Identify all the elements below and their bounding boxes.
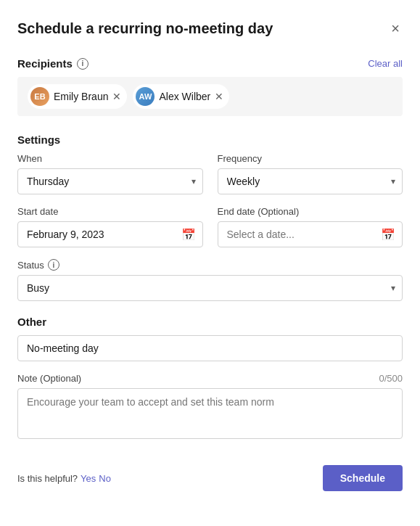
when-group: When Thursday Monday Tuesday Wednesday F…: [17, 153, 203, 194]
avatar-emily: EB: [30, 87, 49, 106]
other-section: Other Note (Optional) 0/500: [17, 316, 403, 442]
recipient-tag-alex: AW Alex Wilber ✕: [133, 84, 229, 109]
schedule-dialog: Schedule a recurring no-meeting day × Re…: [0, 0, 420, 526]
start-date-input[interactable]: [17, 221, 203, 247]
settings-title: Settings: [17, 133, 403, 146]
recipients-header: Recipients i Clear all: [17, 57, 403, 70]
helpful-no-button[interactable]: No: [99, 473, 111, 484]
recipients-label: Recipients i: [17, 57, 88, 70]
start-date-wrapper: 📅: [17, 221, 203, 247]
note-count: 0/500: [379, 373, 403, 384]
dialog-footer: Is this helpful? Yes No Schedule: [17, 459, 403, 491]
meeting-type-input[interactable]: [17, 335, 403, 361]
recipient-tag-emily: EB Emily Braun ✕: [28, 84, 127, 109]
frequency-select-wrapper: Weekly Daily Biweekly Monthly ▾: [218, 168, 403, 194]
schedule-button[interactable]: Schedule: [323, 465, 403, 491]
dialog-title: Schedule a recurring no-meeting day: [17, 20, 273, 37]
when-label: When: [17, 153, 203, 164]
remove-alex-button[interactable]: ✕: [215, 91, 223, 102]
helpful-yes-button[interactable]: Yes: [81, 473, 96, 484]
recipient-name-emily: Emily Braun: [54, 91, 108, 102]
frequency-label: Frequency: [218, 153, 403, 164]
settings-section: Settings When Thursday Monday Tuesday We…: [17, 133, 403, 301]
helpful-question: Is this helpful?: [17, 473, 78, 484]
status-group: Status i Busy Free Tentative Out of offi…: [17, 259, 403, 301]
recipients-box: EB Emily Braun ✕ AW Alex Wilber ✕: [17, 77, 403, 116]
close-button[interactable]: ×: [388, 17, 403, 40]
start-date-label: Start date: [17, 206, 203, 217]
note-header: Note (Optional) 0/500: [17, 373, 403, 384]
recipient-name-alex: Alex Wilber: [159, 91, 210, 102]
end-date-label: End date (Optional): [218, 206, 403, 217]
status-info-icon[interactable]: i: [48, 259, 59, 271]
when-select[interactable]: Thursday Monday Tuesday Wednesday Friday: [17, 168, 203, 194]
recipients-info-icon[interactable]: i: [77, 58, 88, 70]
when-select-wrapper: Thursday Monday Tuesday Wednesday Friday…: [17, 168, 203, 194]
frequency-group: Frequency Weekly Daily Biweekly Monthly …: [218, 153, 403, 194]
helpful-text: Is this helpful? Yes No: [17, 473, 111, 484]
status-select[interactable]: Busy Free Tentative Out of office: [17, 275, 403, 301]
remove-emily-button[interactable]: ✕: [112, 91, 121, 102]
when-frequency-row: When Thursday Monday Tuesday Wednesday F…: [17, 153, 403, 194]
end-date-group: End date (Optional) 📅: [218, 206, 403, 247]
frequency-select[interactable]: Weekly Daily Biweekly Monthly: [218, 168, 403, 194]
start-date-group: Start date 📅: [17, 206, 203, 247]
status-label-row: Status i: [17, 259, 403, 271]
clear-all-button[interactable]: Clear all: [368, 58, 403, 69]
end-date-input[interactable]: [218, 221, 403, 247]
other-title: Other: [17, 316, 403, 328]
status-label: Status: [17, 260, 44, 271]
note-textarea[interactable]: [17, 388, 403, 439]
dialog-header: Schedule a recurring no-meeting day ×: [17, 17, 403, 40]
end-date-wrapper: 📅: [218, 221, 403, 247]
note-label: Note (Optional): [17, 373, 81, 384]
status-select-wrapper: Busy Free Tentative Out of office ▾: [17, 275, 403, 301]
avatar-alex: AW: [136, 87, 155, 106]
dates-row: Start date 📅 End date (Optional) 📅: [17, 206, 403, 247]
